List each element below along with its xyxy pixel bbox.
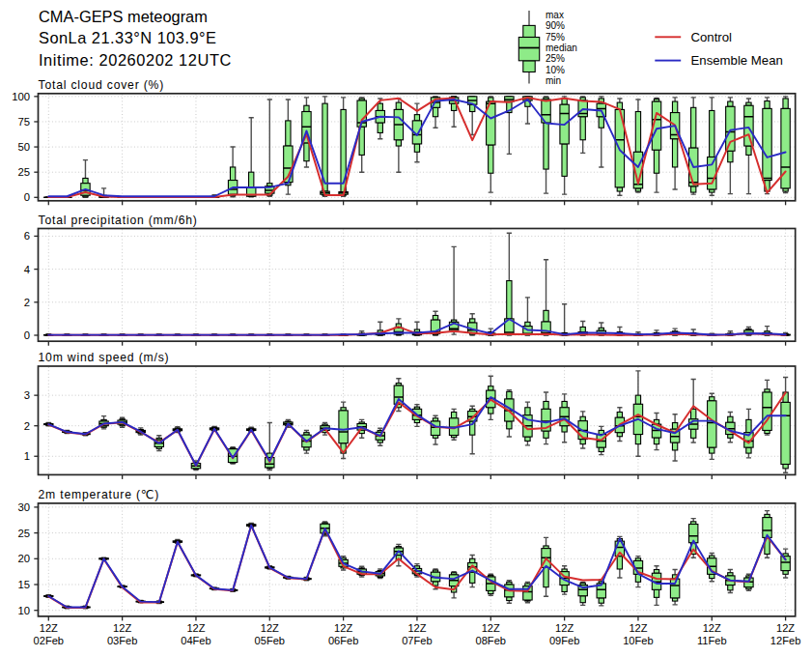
svg-text:3: 3 [24,389,30,401]
svg-text:2m temperature (℃): 2m temperature (℃) [39,488,160,501]
svg-text:6: 6 [24,230,30,242]
svg-text:12Z: 12Z [113,622,131,634]
svg-text:15: 15 [17,579,30,590]
svg-text:10: 10 [17,605,30,616]
svg-text:02Feb: 02Feb [34,635,64,646]
svg-text:12Z: 12Z [703,622,721,634]
svg-text:Ensemble Mean: Ensemble Mean [691,53,783,68]
svg-text:25: 25 [17,528,30,539]
svg-text:100: 100 [12,91,30,102]
svg-text:07Feb: 07Feb [402,635,432,646]
svg-text:50: 50 [17,141,30,153]
svg-text:90%: 90% [546,20,565,31]
svg-text:CMA-GEPS meteogram: CMA-GEPS meteogram [39,8,208,25]
svg-text:10Feb: 10Feb [623,635,653,646]
svg-text:25: 25 [17,166,30,178]
svg-text:Total cloud cover (%): Total cloud cover (%) [39,78,165,92]
svg-text:min: min [546,75,561,86]
svg-text:12Feb: 12Feb [770,635,800,646]
svg-text:25%: 25% [546,53,565,64]
svg-text:median: median [546,43,577,53]
svg-text:05Feb: 05Feb [255,635,285,646]
svg-text:11Feb: 11Feb [697,635,727,646]
svg-text:12Z: 12Z [261,622,279,634]
svg-text:12Z: 12Z [334,622,352,634]
svg-text:12Z: 12Z [629,622,647,634]
svg-text:20: 20 [17,553,30,564]
svg-text:08Feb: 08Feb [476,635,506,646]
svg-text:30: 30 [17,501,30,513]
svg-text:4: 4 [24,264,30,275]
svg-text:Control: Control [691,30,733,44]
svg-text:12Z: 12Z [555,622,574,634]
svg-text:SonLa 21.33°N 103.9°E: SonLa 21.33°N 103.9°E [39,29,217,46]
svg-text:75%: 75% [546,32,565,43]
svg-text:09Feb: 09Feb [549,635,579,646]
svg-text:12Z: 12Z [776,622,795,634]
svg-text:Initime: 20260202 12UTC: Initime: 20260202 12UTC [39,51,232,69]
svg-text:75: 75 [17,116,30,128]
svg-text:12Z: 12Z [407,622,426,634]
svg-text:12Z: 12Z [482,622,500,634]
svg-text:1: 1 [24,450,30,462]
svg-text:2: 2 [24,420,30,432]
svg-text:03Feb: 03Feb [107,635,137,646]
svg-text:06Feb: 06Feb [328,635,358,646]
svg-text:max: max [546,10,564,20]
svg-text:04Feb: 04Feb [181,635,210,646]
svg-text:0: 0 [24,329,30,341]
svg-text:2: 2 [24,297,30,308]
svg-text:10m wind speed (m/s): 10m wind speed (m/s) [39,351,170,364]
svg-text:10%: 10% [546,65,565,75]
svg-text:0: 0 [24,191,30,203]
svg-text:Total precipitation (mm/6h): Total precipitation (mm/6h) [39,214,198,227]
svg-text:12Z: 12Z [40,622,58,634]
svg-text:12Z: 12Z [186,622,205,634]
